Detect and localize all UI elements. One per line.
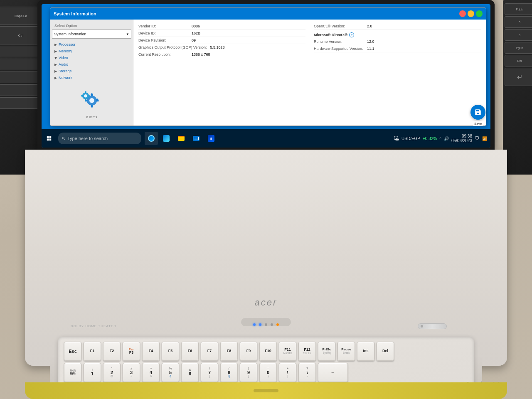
key-plus[interactable]: + \ | [279, 363, 296, 382]
taskbar-icon-browser[interactable] [145, 132, 158, 145]
notification-icon[interactable]: 🗨 [475, 135, 480, 141]
key-f10[interactable]: F10 [259, 342, 277, 361]
sidebar-nav-network[interactable]: ▶Network [52, 74, 131, 81]
sidebar-nav-memory[interactable]: ▶Memory [52, 48, 131, 54]
power-led [421, 325, 423, 328]
key-del[interactable]: Del [377, 342, 394, 361]
svg-point-9 [84, 94, 87, 98]
svg-rect-12 [81, 95, 83, 96]
status-leds [253, 323, 279, 326]
led-battery2 [271, 323, 273, 326]
sidebar-gears [52, 89, 131, 110]
key-f7[interactable]: F7 [201, 342, 218, 361]
svg-point-1 [89, 98, 94, 103]
key-esc[interactable]: Esc [64, 342, 81, 361]
key-acute[interactable]: ? \ \ [298, 363, 316, 382]
key-1[interactable]: ! 1 [84, 363, 101, 382]
led-battery1 [265, 323, 267, 326]
led-wifi [276, 323, 279, 326]
fn-key-row: Esc F1 F2 PwrF3 F4 F5 F6 F7 F8 F9 F10 F1… [64, 342, 468, 361]
taskbar-icon-mail[interactable] [190, 132, 203, 145]
clock-date: 05/06/2023 [451, 138, 472, 143]
key-ins[interactable]: Ins [357, 342, 374, 361]
number-key-row: §½§ !§½ ! 1 " 2 @ # 3 £ [64, 363, 468, 382]
window-titlebar: System Information [50, 8, 486, 20]
info-row-hw-version: Hardware-Supported Version: 11.1 [314, 45, 481, 52]
info-section: Vendor ID: 8086 Device ID: 162B Device R… [138, 23, 481, 58]
svg-rect-13 [88, 95, 90, 96]
key-f3[interactable]: PwrF3 [123, 342, 140, 361]
currency-change: +0.32% [423, 136, 437, 141]
key-f2[interactable]: F2 [103, 342, 121, 361]
ext-right-key-1: PgUp [505, 3, 532, 15]
signal-icon: 📶 [482, 136, 487, 141]
search-placeholder: Type here to search [67, 136, 108, 141]
window-controls[interactable] [459, 10, 483, 17]
key-f1[interactable]: F1 [84, 342, 101, 361]
key-f6[interactable]: F6 [181, 342, 199, 361]
key-6[interactable]: & 6 [181, 363, 199, 382]
key-3[interactable]: # 3 £ [123, 363, 140, 382]
speaker-icon: 🔊 [444, 136, 449, 141]
minimize-button[interactable] [468, 10, 474, 17]
window-body: Select Option System Information ▼ ▶Proc… [50, 20, 486, 126]
window-title: System Information [54, 11, 96, 16]
key-4[interactable]: ¤ 4 $ [142, 363, 160, 382]
info-row-runtime: Runtime Version: 12.0 [314, 38, 481, 45]
key-backspace[interactable]: ← [318, 363, 348, 382]
start-button[interactable] [42, 129, 57, 148]
sidebar-nav-video[interactable]: ▶Video [52, 54, 131, 61]
taskbar: Type here to search [42, 129, 490, 148]
key-prtsc[interactable]: PrtScSysRq [318, 342, 335, 361]
laptop-screen: System Information Select Option System … [42, 4, 490, 148]
key-9[interactable]: ) 9 ] [240, 363, 257, 382]
info-row-revision: Device Revision: 09 [138, 37, 305, 44]
external-keyboard-right: PgUp 6 3 PgDn Del ↵ [503, 0, 532, 175]
save-button[interactable] [470, 105, 485, 120]
key-8[interactable]: ( 8 Î [ [220, 363, 238, 382]
info-row-resolution: Current Resolution: 1366 x 768 [138, 51, 305, 58]
info-table: Vendor ID: 8086 Device ID: 162B Device R… [133, 20, 486, 126]
laptop-bottom-bar [25, 382, 507, 399]
close-button[interactable] [459, 10, 466, 17]
ext-right-key-4: PgDn [505, 42, 532, 54]
taskbar-search[interactable]: Type here to search [58, 133, 141, 144]
items-count: 6 items [52, 113, 131, 121]
taskbar-divider: ^ [439, 136, 441, 141]
info-row-gop: Graphics Output Protocol (GOP) Version: … [138, 44, 305, 51]
taskbar-icon-explorer[interactable] [175, 132, 188, 145]
currency-pair: USD/EGP [401, 136, 420, 141]
info-row-device: Device ID: 162B [138, 30, 305, 37]
key-2[interactable]: " 2 @ [103, 363, 121, 382]
directx-info-icon[interactable]: ? [349, 32, 354, 37]
ext-right-key-2: 6 [505, 16, 532, 28]
key-0[interactable]: = 0 } [259, 363, 277, 382]
sidebar-nav-storage[interactable]: ▶Storage [52, 68, 131, 74]
svg-rect-11 [85, 99, 86, 101]
key-f12[interactable]: F12Scr Lk [298, 342, 316, 361]
power-button[interactable] [418, 323, 447, 329]
sidebar-nav-processor[interactable]: ▶Processor [52, 41, 131, 48]
key-pause[interactable]: PauseBreak [337, 342, 355, 361]
key-f5[interactable]: F5 [162, 342, 179, 361]
save-label: Save [473, 121, 483, 126]
taskbar-icon-app[interactable]: s [204, 132, 218, 145]
led-power [253, 323, 256, 326]
taskbar-icon-edge[interactable] [160, 132, 173, 145]
dropdown-system-info[interactable]: System Information ▼ [52, 30, 131, 39]
ext-right-key-5: Del [505, 55, 532, 66]
key-7[interactable]: / 7 { [201, 363, 218, 382]
key-f8[interactable]: F8 [220, 342, 238, 361]
key-f11[interactable]: F11NumLk [279, 342, 296, 361]
taskbar-right: 🌤 USD/EGP +0.32% ^ 🔊 09.38 05/06/2023 🗨 … [393, 134, 490, 143]
key-section[interactable]: §½§ !§½ [64, 363, 81, 382]
info-row-opencl: OpenCL® Version: 2.0 [314, 23, 481, 30]
svg-rect-3 [91, 105, 93, 107]
maximize-button[interactable] [476, 10, 483, 17]
key-f9[interactable]: F9 [240, 342, 257, 361]
sidebar-nav-audio[interactable]: ▶Audio [52, 61, 131, 68]
clock-time: 09.38 [462, 134, 472, 138]
key-5[interactable]: % 5 € [162, 363, 179, 382]
key-f4[interactable]: F4 [142, 342, 160, 361]
ext-right-key-6: ↵ [505, 68, 532, 86]
